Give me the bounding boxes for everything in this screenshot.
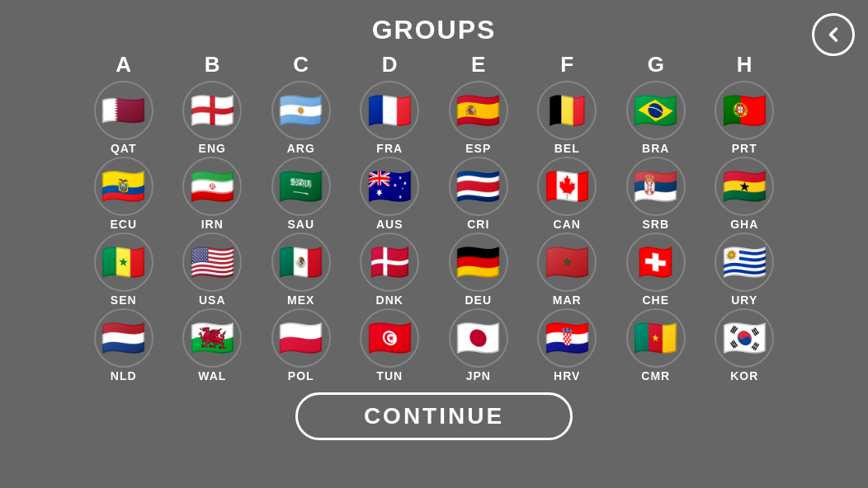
- group-header-e: E: [441, 52, 516, 77]
- group-header-a: A: [87, 52, 161, 77]
- flag-cmr: 🇨🇲: [626, 308, 686, 368]
- flag-bel: 🇧🇪: [537, 81, 597, 140]
- team-label-tun: TUN: [376, 369, 403, 382]
- flag-che: 🇨🇭: [626, 232, 686, 292]
- team-label-ecu: ECU: [110, 218, 137, 231]
- team-cell-dnk: 🇩🇰DNK: [352, 232, 427, 307]
- team-cell-mar: 🇲🇦MAR: [530, 232, 604, 307]
- team-cell-hrv: 🇭🇷HRV: [530, 308, 604, 382]
- flag-wal: 🏴󠁧󠁢󠁷󠁬󠁳󠁿: [182, 308, 242, 368]
- team-label-bra: BRA: [642, 142, 669, 155]
- group-header-g: G: [619, 52, 693, 77]
- team-label-cri: CRI: [467, 218, 489, 231]
- flag-bra: 🇧🇷: [626, 81, 686, 140]
- flag-eng: 🏴󠁧󠁢󠁥󠁮󠁧󠁿: [182, 81, 242, 140]
- flag-can: 🇨🇦: [537, 157, 597, 216]
- team-label-sen: SEN: [111, 293, 137, 307]
- flag-irn: 🇮🇷: [182, 157, 242, 216]
- team-label-arg: ARG: [287, 142, 315, 155]
- team-cell-mex: 🇲🇽MEX: [264, 232, 338, 307]
- flag-usa: 🇺🇸: [182, 232, 242, 292]
- group-row-3: 🇳🇱NLD🏴󠁧󠁢󠁷󠁬󠁳󠁿WAL🇵🇱POL🇹🇳TUN🇯🇵JPN🇭🇷HRV🇨🇲CMR…: [79, 308, 789, 384]
- team-cell-bra: 🇧🇷BRA: [619, 81, 693, 155]
- flag-fra: 🇫🇷: [360, 81, 419, 140]
- team-label-bel: BEL: [554, 142, 580, 155]
- team-cell-ury: 🇺🇾URY: [707, 232, 781, 307]
- flag-cri: 🇨🇷: [449, 157, 508, 216]
- team-label-srb: SRB: [642, 218, 669, 231]
- team-cell-nld: 🇳🇱NLD: [87, 308, 161, 382]
- team-label-gha: GHA: [730, 218, 758, 231]
- group-row-0: 🇶🇦QAT🏴󠁧󠁢󠁥󠁮󠁧󠁿ENG🇦🇷ARG🇫🇷FRA🇪🇸ESP🇧🇪BEL🇧🇷BRA…: [79, 81, 789, 157]
- flag-arg: 🇦🇷: [271, 81, 331, 140]
- team-label-wal: WAL: [198, 369, 226, 382]
- group-row-1: 🇪🇨ECU🇮🇷IRN🇸🇦SAU🇦🇺AUS🇨🇷CRI🇨🇦CAN🇷🇸SRB🇬🇭GHA: [79, 157, 789, 232]
- team-label-kor: KOR: [730, 369, 758, 382]
- page-title: GROUPS: [372, 15, 497, 45]
- flag-kor: 🇰🇷: [715, 308, 774, 368]
- team-cell-gha: 🇬🇭GHA: [707, 157, 781, 231]
- flag-nld: 🇳🇱: [94, 308, 153, 368]
- team-cell-usa: 🇺🇸USA: [175, 232, 249, 307]
- team-cell-aus: 🇦🇺AUS: [352, 157, 427, 231]
- team-cell-eng: 🏴󠁧󠁢󠁥󠁮󠁧󠁿ENG: [175, 81, 249, 155]
- team-label-aus: AUS: [376, 218, 403, 231]
- team-cell-can: 🇨🇦CAN: [530, 157, 604, 231]
- team-cell-tun: 🇹🇳TUN: [352, 308, 427, 382]
- group-header-d: D: [352, 52, 427, 77]
- team-cell-bel: 🇧🇪BEL: [530, 81, 604, 155]
- team-label-usa: USA: [199, 293, 226, 307]
- team-label-mar: MAR: [553, 293, 582, 307]
- team-label-jpn: JPN: [466, 369, 491, 382]
- team-label-eng: ENG: [199, 142, 226, 155]
- team-label-esp: ESP: [465, 142, 491, 155]
- team-label-sau: SAU: [287, 218, 314, 231]
- team-cell-jpn: 🇯🇵JPN: [441, 308, 516, 382]
- team-cell-cri: 🇨🇷CRI: [441, 157, 516, 231]
- flag-dnk: 🇩🇰: [360, 232, 419, 292]
- team-label-mex: MEX: [287, 293, 314, 307]
- flag-mar: 🇲🇦: [537, 232, 597, 292]
- flag-qat: 🇶🇦: [94, 81, 153, 140]
- team-label-hrv: HRV: [554, 369, 580, 382]
- flag-hrv: 🇭🇷: [537, 308, 597, 368]
- team-cell-esp: 🇪🇸ESP: [441, 81, 516, 155]
- group-rows: 🇶🇦QAT🏴󠁧󠁢󠁥󠁮󠁧󠁿ENG🇦🇷ARG🇫🇷FRA🇪🇸ESP🇧🇪BEL🇧🇷BRA…: [79, 81, 789, 384]
- team-cell-prt: 🇵🇹PRT: [707, 81, 781, 155]
- flag-gha: 🇬🇭: [715, 157, 774, 216]
- flag-tun: 🇹🇳: [360, 308, 419, 368]
- team-label-che: CHE: [642, 293, 669, 307]
- group-header-h: H: [707, 52, 781, 77]
- team-label-can: CAN: [554, 218, 581, 231]
- team-label-pol: POL: [288, 369, 314, 382]
- team-label-ury: URY: [731, 293, 757, 307]
- team-label-qat: QAT: [111, 142, 137, 155]
- team-label-dnk: DNK: [376, 293, 403, 307]
- group-headers-row: ABCDEFGH: [79, 52, 789, 77]
- groups-container: ABCDEFGH 🇶🇦QAT🏴󠁧󠁢󠁥󠁮󠁧󠁿ENG🇦🇷ARG🇫🇷FRA🇪🇸ESP🇧…: [0, 52, 868, 384]
- team-label-fra: FRA: [376, 142, 403, 155]
- group-row-2: 🇸🇳SEN🇺🇸USA🇲🇽MEX🇩🇰DNK🇩🇪DEU🇲🇦MAR🇨🇭CHE🇺🇾URY: [79, 232, 789, 308]
- team-label-prt: PRT: [732, 142, 757, 155]
- flag-sau: 🇸🇦: [271, 157, 331, 216]
- flag-aus: 🇦🇺: [360, 157, 419, 216]
- continue-button[interactable]: CONTINUE: [295, 392, 573, 440]
- flag-mex: 🇲🇽: [271, 232, 331, 292]
- team-cell-sau: 🇸🇦SAU: [264, 157, 338, 231]
- back-button[interactable]: [812, 13, 855, 56]
- team-cell-deu: 🇩🇪DEU: [441, 232, 516, 307]
- team-cell-pol: 🇵🇱POL: [264, 308, 338, 382]
- team-cell-irn: 🇮🇷IRN: [175, 157, 249, 231]
- flag-ecu: 🇪🇨: [94, 157, 153, 216]
- team-cell-kor: 🇰🇷KOR: [707, 308, 781, 382]
- group-header-c: C: [264, 52, 338, 77]
- team-cell-wal: 🏴󠁧󠁢󠁷󠁬󠁳󠁿WAL: [175, 308, 249, 382]
- team-label-deu: DEU: [465, 293, 492, 307]
- team-cell-arg: 🇦🇷ARG: [264, 81, 338, 155]
- flag-sen: 🇸🇳: [94, 232, 153, 292]
- team-label-irn: IRN: [201, 218, 224, 231]
- team-cell-ecu: 🇪🇨ECU: [87, 157, 161, 231]
- team-cell-fra: 🇫🇷FRA: [352, 81, 427, 155]
- team-label-nld: NLD: [111, 369, 137, 382]
- team-cell-sen: 🇸🇳SEN: [87, 232, 161, 307]
